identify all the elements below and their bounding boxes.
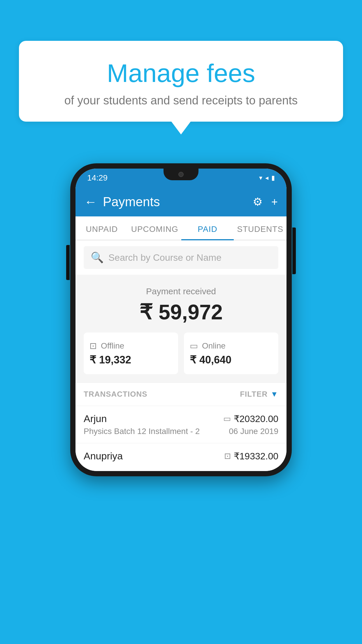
online-card-header: ▭ Online (190, 341, 273, 351)
transaction-amount-wrapper: ⊡ ₹19332.00 (224, 451, 278, 462)
app-bar-actions: ⚙ + (253, 195, 278, 208)
transaction-name: Arjun (84, 413, 107, 424)
payment-total-amount: ₹ 59,972 (84, 300, 278, 324)
online-icon: ▭ (190, 341, 198, 351)
offline-label: Offline (101, 341, 124, 351)
search-bar: 🔍 Search by Course or Name (75, 240, 287, 275)
payment-received-label: Payment received (84, 286, 278, 296)
offline-icon: ⊡ (89, 341, 97, 351)
transaction-date: 06 June 2019 (229, 427, 278, 436)
status-time: 14:29 (87, 173, 108, 183)
table-row[interactable]: Arjun ▭ ₹20320.00 Physics Batch 12 Insta… (75, 406, 287, 443)
transactions-label: TRANSACTIONS (84, 390, 147, 399)
battery-icon: ▮ (271, 174, 275, 182)
transaction-type-icon: ⊡ (224, 451, 231, 461)
transaction-row-bottom: Physics Batch 12 Installment - 2 06 June… (84, 427, 278, 436)
online-card: ▭ Online ₹ 40,640 (184, 332, 278, 374)
payment-cards: ⊡ Offline ₹ 19,332 ▭ Online ₹ 40,640 (84, 332, 278, 374)
add-icon[interactable]: + (271, 196, 278, 208)
phone-outer: 14:29 ▾ ◂ ▮ ← Payments ⚙ + UNPAID UPCO (70, 163, 292, 476)
speech-bubble: Manage fees of your students and send re… (19, 41, 343, 122)
filter-icon: ▼ (270, 390, 278, 399)
transactions-header: TRANSACTIONS FILTER ▼ (75, 382, 287, 406)
bubble-title: Manage fees (34, 58, 328, 88)
filter-label: FILTER (240, 390, 268, 399)
bubble-subtitle: of your students and send receipts to pa… (34, 94, 328, 107)
settings-icon[interactable]: ⚙ (253, 195, 263, 208)
online-label: Online (202, 341, 226, 351)
transaction-amount-wrapper: ▭ ₹20320.00 (223, 413, 278, 424)
table-row[interactable]: Anupriya ⊡ ₹19332.00 (75, 443, 287, 471)
signal-icon: ◂ (265, 174, 268, 182)
status-bar: 14:29 ▾ ◂ ▮ (75, 169, 287, 187)
wifi-icon: ▾ (259, 174, 262, 182)
tab-paid[interactable]: PAID (181, 216, 234, 240)
transaction-name: Anupriya (84, 450, 123, 462)
transaction-course: Physics Batch 12 Installment - 2 (84, 427, 200, 436)
phone-wrapper: 14:29 ▾ ◂ ▮ ← Payments ⚙ + UNPAID UPCO (70, 163, 292, 476)
phone-screen: 14:29 ▾ ◂ ▮ ← Payments ⚙ + UNPAID UPCO (75, 169, 287, 471)
offline-card: ⊡ Offline ₹ 19,332 (84, 332, 178, 374)
tab-upcoming[interactable]: UPCOMING (128, 216, 181, 240)
notch (164, 169, 198, 180)
tabs: UNPAID UPCOMING PAID STUDENTS (75, 216, 287, 240)
search-input-wrapper[interactable]: 🔍 Search by Course or Name (84, 246, 278, 269)
transaction-row-top: Arjun ▭ ₹20320.00 (84, 413, 278, 424)
transaction-row-top: Anupriya ⊡ ₹19332.00 (84, 450, 278, 462)
transaction-amount: ₹19332.00 (234, 451, 278, 462)
offline-card-header: ⊡ Offline (89, 341, 172, 351)
search-icon: 🔍 (91, 251, 104, 264)
app-bar: ← Payments ⚙ + (75, 187, 287, 216)
back-button[interactable]: ← (84, 195, 97, 209)
filter-button[interactable]: FILTER ▼ (240, 390, 278, 399)
offline-amount: ₹ 19,332 (89, 354, 172, 366)
online-amount: ₹ 40,640 (190, 354, 273, 366)
status-icons: ▾ ◂ ▮ (259, 174, 275, 182)
payment-summary: Payment received ₹ 59,972 ⊡ Offline ₹ 19… (75, 275, 287, 382)
tab-students[interactable]: STUDENTS (234, 216, 287, 240)
transaction-amount: ₹20320.00 (234, 413, 278, 424)
app-bar-title: Payments (103, 195, 253, 209)
tab-unpaid[interactable]: UNPAID (75, 216, 128, 240)
camera (178, 172, 184, 177)
transaction-type-icon: ▭ (223, 414, 231, 424)
search-input[interactable]: Search by Course or Name (108, 252, 222, 263)
